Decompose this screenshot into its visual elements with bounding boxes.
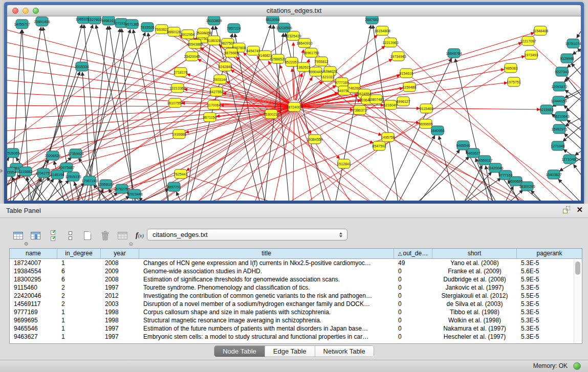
graph-node[interactable]: 9463627 xyxy=(466,148,480,158)
graph-node[interactable]: 16961758 xyxy=(303,48,319,57)
table-row[interactable]: 1830029562008Estimation of significance … xyxy=(10,275,582,283)
graph-node[interactable]: 8996127 xyxy=(396,97,410,106)
graph-node[interactable]: 2526065 xyxy=(7,148,20,158)
network-canvas[interactable]: 1872400776638229860128891295425226058982… xyxy=(7,16,581,201)
graph-node[interactable]: 7815526 xyxy=(140,23,154,32)
graph-node[interactable]: 8813054 xyxy=(266,16,279,24)
graph-node[interactable]: 12444159 xyxy=(551,96,567,105)
table-selector-dropdown[interactable]: citations_edges.txt xyxy=(147,229,347,240)
graph-node[interactable]: 18300295 xyxy=(519,182,535,191)
column-header-in_degree[interactable]: in_degree xyxy=(57,249,101,258)
graph-node[interactable]: 23420046 xyxy=(184,52,200,61)
table-row[interactable]: 1938455462009Genome-wide association stu… xyxy=(10,267,582,275)
graph-node[interactable]: 12093872 xyxy=(551,82,567,91)
scrollbar-thumb[interactable] xyxy=(575,261,580,275)
graph-node[interactable]: 8547592 xyxy=(372,141,386,150)
graph-node[interactable]: 2887682 xyxy=(365,16,379,24)
graph-node[interactable]: 10807487 xyxy=(368,95,384,104)
graph-node[interactable]: 16543882 xyxy=(187,39,203,49)
network-window-titlebar[interactable]: citations_edges.txt xyxy=(7,5,581,16)
vertical-scrollbar[interactable] xyxy=(574,259,581,343)
graph-node[interactable]: 16648784 xyxy=(446,49,462,58)
graph-node[interactable]: 1973493 xyxy=(524,50,538,59)
table-row[interactable]: 946362711997Embryonic stem cells: a mode… xyxy=(10,333,582,341)
column-header-year[interactable]: year xyxy=(101,249,139,258)
graph-node[interactable]: 1975751 xyxy=(507,77,520,86)
graph-node[interactable]: 20206526 xyxy=(45,151,60,160)
graph-node[interactable]: 1495758 xyxy=(381,133,395,142)
graph-node[interactable]: 18724007 xyxy=(286,102,302,112)
show-columns-button[interactable] xyxy=(27,227,44,244)
graph-node[interactable]: 6216049 xyxy=(383,100,397,110)
graph-node[interactable]: 9857791 xyxy=(167,182,181,191)
row-selection-button[interactable] xyxy=(44,227,61,244)
table-row[interactable]: 911546021997Tourette syndrome. Phenomeno… xyxy=(10,283,582,292)
graph-node[interactable]: 20891406 xyxy=(34,17,50,26)
graph-node[interactable]: 18107554 xyxy=(167,98,183,107)
tab-edge-table[interactable]: Edge Table xyxy=(265,346,315,357)
graph-node[interactable]: 17359924 xyxy=(68,149,83,158)
graph-node[interactable]: 25300217 xyxy=(263,110,279,119)
graph-node[interactable]: 16033809 xyxy=(206,16,222,25)
tab-node-table[interactable]: Node Table xyxy=(214,346,265,357)
column-header-short[interactable]: short xyxy=(432,249,517,258)
graph-node[interactable]: 8427552 xyxy=(209,87,223,96)
graph-node[interactable]: 13958107 xyxy=(98,180,114,189)
graph-node[interactable]: 1115682 xyxy=(19,167,32,176)
column-header-pagerank[interactable]: pagerank xyxy=(517,249,582,258)
graph-node[interactable]: 1145194 xyxy=(51,170,64,179)
graph-node[interactable]: 2718176 xyxy=(173,68,187,77)
table-row[interactable]: 969969511998Structural magnetic resonanc… xyxy=(10,316,582,324)
tab-network-table[interactable]: Network Table xyxy=(315,346,374,357)
panel-collapse-arrow-icon[interactable] xyxy=(1,169,3,173)
graph-node[interactable]: 9671385 xyxy=(125,19,139,29)
graph-node[interactable]: 9115460 xyxy=(420,104,433,113)
graph-node[interactable]: 1271048 xyxy=(551,141,564,150)
graph-node[interactable]: 9242848 xyxy=(218,62,232,71)
column-header-out_de[interactable]: △out_de… xyxy=(394,249,432,258)
graph-node[interactable]: 2803144 xyxy=(213,75,227,84)
graph-node[interactable]: 9154616 xyxy=(399,69,413,78)
graph-node[interactable]: 1640955 xyxy=(430,126,444,135)
graph-node[interactable]: 17957243 xyxy=(81,176,97,185)
graph-node[interactable]: 12213363 xyxy=(169,83,185,93)
delete-table-button[interactable]: ✕ xyxy=(114,227,131,244)
graph-node[interactable]: 10403827 xyxy=(546,170,561,179)
graph-node[interactable]: 12923448 xyxy=(126,189,142,199)
graph-node[interactable]: 12588520 xyxy=(270,54,286,63)
network-graph[interactable]: 1872400776638229860128891295425226058982… xyxy=(7,16,581,201)
function-builder-button[interactable]: f(x) xyxy=(131,227,148,244)
graph-node[interactable]: 7485083 xyxy=(504,63,517,73)
graph-node[interactable]: 1170064 xyxy=(207,100,221,110)
table-row[interactable]: 1456911722003Disruption of a novel membe… xyxy=(10,300,582,308)
graph-node[interactable]: 12213963 xyxy=(382,38,398,47)
graph-node[interactable]: 18640910 xyxy=(296,38,312,48)
graph-node[interactable]: 8671150 xyxy=(203,113,217,122)
graph-node[interactable]: 8186328 xyxy=(207,36,221,45)
graph-node[interactable]: 9777169 xyxy=(335,78,349,87)
rows-button[interactable] xyxy=(61,227,79,244)
graph-node[interactable]: 1159488 xyxy=(403,82,417,92)
graph-node[interactable]: 9465546 xyxy=(456,141,470,150)
column-header-title[interactable]: title xyxy=(139,249,394,258)
graph-node[interactable]: 11548408 xyxy=(533,26,549,35)
graph-node[interactable]: 12217097 xyxy=(520,36,536,46)
graph-node[interactable]: 9699695 xyxy=(419,119,432,128)
graph-node[interactable]: 1527602 xyxy=(88,16,101,24)
graph-node[interactable]: 1916688 xyxy=(172,129,186,139)
graph-node[interactable]: 1512841 xyxy=(337,159,351,168)
table-mode-button[interactable]: ⚙ xyxy=(9,227,27,244)
graph-node[interactable]: 9875685 xyxy=(224,48,238,57)
graph-node[interactable]: 9860128 xyxy=(167,27,181,36)
graph-node[interactable]: 7625441 xyxy=(173,169,187,179)
close-panel-icon[interactable]: ✕ xyxy=(576,206,583,213)
table-row[interactable]: 946554611997Estimation of the future num… xyxy=(10,324,582,333)
graph-node[interactable]: 19384554 xyxy=(307,135,322,144)
table-row[interactable]: 1872400712008Changes of HCN gene express… xyxy=(10,259,582,267)
graph-node[interactable]: 15751074 xyxy=(565,39,581,48)
graph-node[interactable]: 14055717 xyxy=(14,19,30,29)
graph-node[interactable]: 7386372 xyxy=(353,105,366,115)
graph-node[interactable]: 7955812 xyxy=(314,57,328,66)
graph-node[interactable]: 19734943 xyxy=(390,52,406,61)
graph-node[interactable]: 9129946 xyxy=(560,54,574,63)
